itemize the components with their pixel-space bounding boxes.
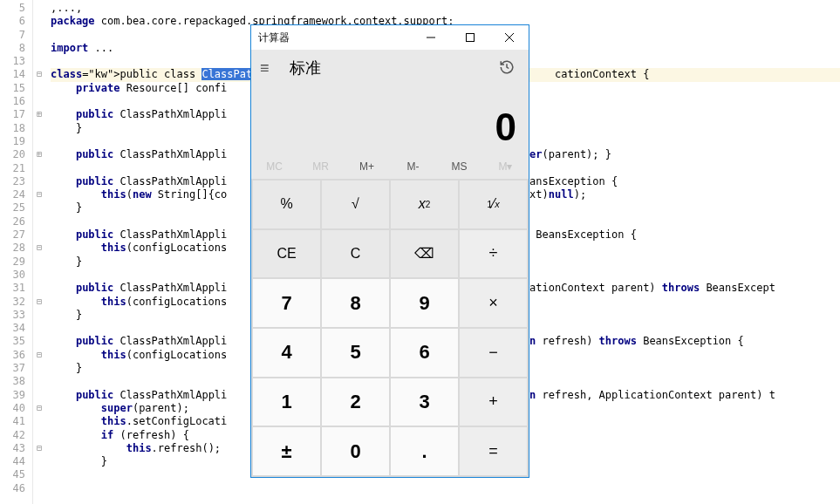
six-button[interactable]: 6: [391, 329, 458, 377]
fold-gutter[interactable]: ⊟⊞⊞⊟⊟⊟⊟⊟⊟: [33, 0, 45, 504]
divide-button[interactable]: ÷: [460, 230, 527, 278]
c-button[interactable]: C: [322, 230, 389, 278]
ms-button[interactable]: MS: [436, 154, 482, 179]
four-button[interactable]: 4: [253, 329, 320, 377]
decimal-button[interactable]: .: [391, 427, 458, 475]
seven-button[interactable]: 7: [253, 279, 320, 327]
backspace-button[interactable]: ⌫: [391, 230, 458, 278]
mlist-button[interactable]: M▾: [482, 154, 529, 179]
calculator-header: ≡ 标准: [251, 50, 529, 86]
svg-rect-1: [466, 34, 474, 42]
mc-button[interactable]: MC: [251, 154, 297, 179]
keypad: % √ x2 1∕x CE C ⌫ ÷ 7 8 9 × 4 5 6 − 1 2 …: [251, 179, 529, 477]
maximize-button[interactable]: [450, 25, 489, 50]
zero-button[interactable]: 0: [322, 427, 389, 475]
calculator-window[interactable]: 计算器 ≡ 标准 0 MC MR M+ M- MS M▾ % √ x2 1∕x …: [250, 24, 529, 478]
square-button[interactable]: x2: [391, 180, 458, 228]
memory-row: MC MR M+ M- MS M▾: [251, 154, 529, 179]
mode-label: 标准: [290, 58, 499, 78]
mminus-button[interactable]: M-: [390, 154, 436, 179]
negate-button[interactable]: ±: [253, 427, 320, 475]
calculator-title: 计算器: [258, 31, 411, 45]
calculator-titlebar[interactable]: 计算器: [251, 25, 529, 50]
five-button[interactable]: 5: [322, 329, 389, 377]
mr-button[interactable]: MR: [297, 154, 344, 179]
reciprocal-button[interactable]: 1∕x: [460, 180, 527, 228]
hamburger-menu-icon[interactable]: ≡: [260, 59, 281, 78]
ce-button[interactable]: CE: [253, 230, 320, 278]
history-icon[interactable]: [499, 59, 520, 78]
subtract-button[interactable]: −: [460, 329, 527, 377]
minimize-button[interactable]: [411, 25, 450, 50]
two-button[interactable]: 2: [322, 378, 389, 426]
one-button[interactable]: 1: [253, 378, 320, 426]
sqrt-button[interactable]: √: [322, 180, 389, 228]
display: 0: [251, 86, 529, 154]
close-button[interactable]: [489, 25, 529, 50]
line-number-gutter: 5678131415161718192021232425262728293031…: [0, 0, 33, 504]
percent-button[interactable]: %: [253, 180, 320, 228]
eight-button[interactable]: 8: [322, 279, 389, 327]
nine-button[interactable]: 9: [391, 279, 458, 327]
add-button[interactable]: +: [460, 378, 527, 426]
equals-button[interactable]: =: [460, 427, 527, 475]
multiply-button[interactable]: ×: [460, 279, 527, 327]
mplus-button[interactable]: M+: [344, 154, 390, 179]
three-button[interactable]: 3: [391, 378, 458, 426]
